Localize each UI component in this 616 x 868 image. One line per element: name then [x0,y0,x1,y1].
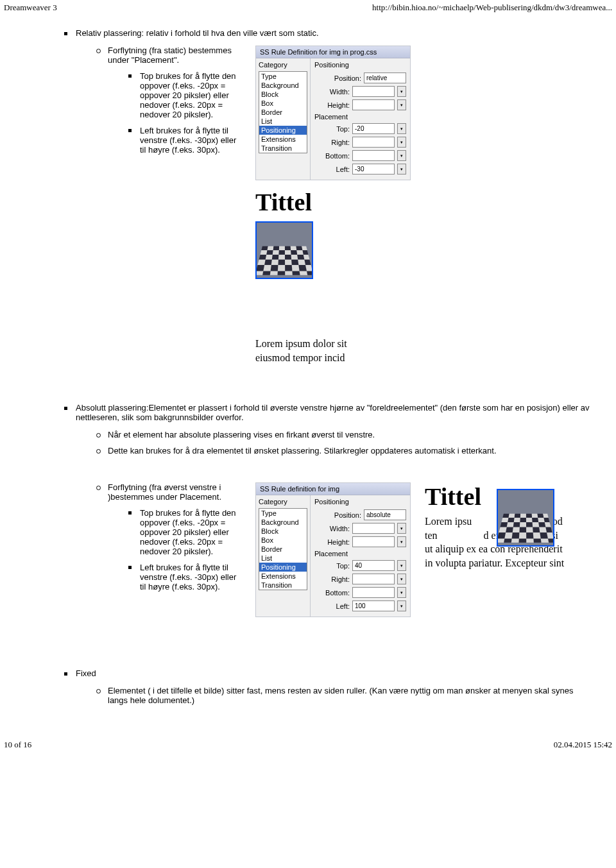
css-rule-panel-absolute: SS Rule definition for img Category Type… [255,482,411,617]
right-label-2: Right: [314,575,350,583]
cat2-list[interactable]: List [259,554,307,563]
relative-subheading: Forflytning (fra static) bestemmes under… [96,46,244,65]
positioning-label: Positioning [314,61,406,69]
header-right: http://bibin.hioa.no/~michaelp/Web-publi… [372,3,612,13]
height-label: Height: [314,101,350,109]
cat-positioning[interactable]: Positioning [259,126,307,135]
category-label-2: Category [259,498,307,506]
header-left: Dreamweaver 3 [4,3,57,13]
cat2-border[interactable]: Border [259,545,307,554]
cat-extensions[interactable]: Extensions [259,135,307,144]
bottom-input[interactable] [352,150,395,161]
height-dropdown-icon[interactable]: ▾ [397,99,406,110]
chess-image[interactable] [255,221,313,279]
cat2-positioning[interactable]: Positioning [259,563,307,572]
top-dropdown-icon[interactable]: ▾ [397,123,406,134]
bottom-label: Bottom: [314,152,350,160]
cat-type[interactable]: Type [259,72,307,81]
position-input[interactable]: relative [364,72,406,83]
cat-border[interactable]: Border [259,108,307,117]
chess-image-absolute[interactable] [497,489,554,547]
category-label: Category [259,61,307,69]
right-label: Right: [314,139,350,146]
fixed-heading: Fixed [64,668,590,678]
cat-transition[interactable]: Transition [259,144,307,153]
cat2-transition[interactable]: Transition [259,581,307,590]
position-label: Position: [314,74,361,82]
positioning-label-2: Positioning [314,498,406,506]
category-list-2[interactable]: Type Background Block Box Border List Po… [259,508,307,590]
width-label: Width: [314,88,350,96]
top-label: Top: [314,125,350,133]
right-input-2[interactable] [352,574,395,584]
width-input[interactable] [352,86,395,97]
width-dropdown-icon-2[interactable]: ▾ [397,523,406,534]
cat2-background[interactable]: Background [259,518,307,527]
css-rule-panel-relative: SS Rule Definition for img in prog.css C… [255,46,411,180]
left-input[interactable]: -30 [352,164,395,174]
category-list[interactable]: Type Background Block Box Border List Po… [259,71,307,153]
cat2-box[interactable]: Box [259,536,307,545]
absolute-item-a: Når et element har absolute plassering v… [96,430,590,439]
cat-list[interactable]: List [259,117,307,126]
top-input-2[interactable]: 40 [352,560,395,571]
width-label-2: Width: [314,525,350,532]
left-dropdown-icon-2[interactable]: ▾ [397,600,406,611]
absolute-subheading: Forflytning (fra øverst venstre i )beste… [96,482,244,502]
left-label: Left: [314,166,350,173]
panel2-title: SS Rule definition for img [256,483,410,495]
relative-heading: Relativ plassering: relativ i forhold ti… [64,28,590,38]
absolute-item-b: Dette kan brukes for å dra elementet til… [96,446,590,455]
preview-relative: Tittel Lorem ipsum dolor sit eiusmod tem… [255,188,390,364]
width-input-2[interactable] [352,523,395,534]
footer-left: 10 of 16 [4,740,31,750]
cat-box[interactable]: Box [259,99,307,108]
right-dropdown-icon[interactable]: ▾ [397,137,406,148]
preview-lorem-2: eiusmod tempor incid [255,351,390,365]
position-input-2[interactable]: absolute [364,509,406,520]
relative-top-item: Top brukes for å flytte den oppover (f.e… [128,71,244,119]
bottom-input-2[interactable] [352,587,395,598]
preview-title: Tittel [255,188,390,216]
position-label-2: Position: [314,511,361,519]
right-dropdown-icon-2[interactable]: ▾ [397,574,406,584]
absolute-left-item: Left brukes for å flytte til venstre (f.… [128,563,244,591]
cat-block[interactable]: Block [259,90,307,99]
width-dropdown-icon[interactable]: ▾ [397,86,406,97]
placement-label-2: Placement [314,550,406,557]
absolute-heading: Absolutt plassering:Elementet er plasser… [64,403,590,422]
height-input-2[interactable] [352,536,395,547]
left-input-2[interactable]: 100 [352,600,395,611]
bottom-dropdown-icon[interactable]: ▾ [397,150,406,161]
height-input[interactable] [352,99,395,110]
top-label-2: Top: [314,562,350,570]
relative-left-item: Left brukes for å flytte til venstre (f.… [128,126,244,155]
preview-absolute: Tittel Lorem ipsu a eiusmod ten d enim a… [425,482,566,630]
footer-right: 02.04.2015 15:42 [554,740,612,750]
fixed-item: Elementet ( i det tilfelle et bilde) sit… [96,686,590,705]
preview-lorem-1: Lorem ipsum dolor sit [255,337,390,351]
placement-label: Placement [314,113,406,121]
height-label-2: Height: [314,538,350,546]
top-dropdown-icon-2[interactable]: ▾ [397,560,406,571]
right-input[interactable] [352,137,395,148]
panel-title: SS Rule Definition for img in prog.css [256,46,410,58]
bottom-dropdown-icon-2[interactable]: ▾ [397,587,406,598]
height-dropdown-icon-2[interactable]: ▾ [397,536,406,547]
cat-background[interactable]: Background [259,81,307,90]
top-input[interactable]: -20 [352,123,395,134]
bottom-label-2: Bottom: [314,589,350,597]
left-label-2: Left: [314,602,350,610]
cat2-type[interactable]: Type [259,509,307,518]
cat2-extensions[interactable]: Extensions [259,572,307,581]
left-dropdown-icon[interactable]: ▾ [397,164,406,174]
absolute-top-item: Top brukes for å flytte den oppover (f.e… [128,508,244,556]
cat2-block[interactable]: Block [259,527,307,536]
